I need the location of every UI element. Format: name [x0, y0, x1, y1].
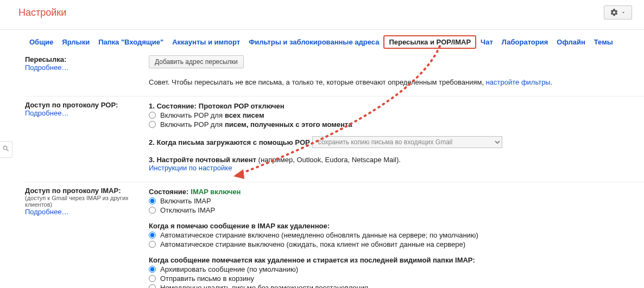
collapsed-side-panel[interactable] [0, 141, 12, 158]
tab-1[interactable]: Ярлыки [58, 36, 94, 48]
pop-enable-all-option[interactable]: Включить POP для всех писем [149, 111, 644, 119]
imap-disable-option[interactable]: Отключить IMAP [149, 206, 644, 214]
pop-instructions-link[interactable]: Инструкции по настройке [149, 164, 232, 172]
imap-expunge-archive-radio[interactable] [149, 266, 156, 273]
imap-disable-radio[interactable] [149, 207, 156, 214]
imap-expunge-header: Когда сообщение помечается как удаленное… [149, 256, 644, 264]
imap-autoexpunge-on-option[interactable]: Автоматическое стирание включено (немедл… [149, 231, 644, 239]
create-filter-link[interactable]: настройте фильтры [486, 78, 551, 86]
tab-2[interactable]: Папка "Входящие" [94, 36, 168, 48]
section-pop: Доступ по протоколу POP: Подробнее… 1. С… [25, 96, 644, 182]
pop-enable-new-radio[interactable] [149, 121, 156, 128]
imap-autoexpunge-off-option[interactable]: Автоматическое стирание выключено (ожида… [149, 240, 644, 248]
imap-sublabel: (доступ к Gmail через IMAP из других кли… [25, 195, 143, 208]
imap-enable-option[interactable]: Включить IMAP [149, 197, 644, 205]
pop-status: 1. Состояние: Протокол POP отключен [149, 102, 644, 110]
pop-learn-more-link[interactable]: Подробнее… [25, 109, 68, 117]
imap-status: Состояние: IMAP включен [149, 188, 644, 196]
imap-delete-header: Когда я помечаю сообщение в IMAP как уда… [149, 222, 644, 230]
tab-9[interactable]: Темы [590, 36, 617, 48]
imap-expunge-delete-option[interactable]: Немедленно удалить письмо без возможност… [149, 284, 644, 288]
tab-5[interactable]: Пересылка и POP/IMAP [383, 35, 476, 49]
forwarding-label: Пересылка: [25, 55, 143, 63]
imap-expunge-trash-option[interactable]: Отправить письмо в корзину [149, 274, 644, 283]
pop-configure-client: 3. Настройте почтовый клиент (например, … [149, 156, 644, 164]
tab-8[interactable]: Офлайн [552, 36, 590, 48]
tab-7[interactable]: Лаборатория [497, 36, 552, 48]
pop-label: Доступ по протоколу POP: [25, 101, 143, 109]
page-header: Настройки [0, 0, 644, 30]
settings-gear-button[interactable] [604, 5, 632, 20]
forwarding-tip: Совет. Чтобы пересылать не все письма, а… [149, 78, 644, 86]
tab-3[interactable]: Аккаунты и импорт [168, 36, 244, 48]
search-icon [2, 145, 10, 152]
dropdown-caret-icon [621, 10, 626, 15]
pop-action-select[interactable]: сохранить копию письма во входящих Gmail [312, 136, 502, 148]
section-imap: Доступ по протоколу IMAP: (доступ к Gmai… [25, 182, 644, 288]
settings-tabs: ОбщиеЯрлыкиПапка "Входящие"Аккаунты и им… [0, 30, 644, 53]
imap-enable-radio[interactable] [149, 197, 156, 204]
page-title: Настройки [18, 7, 66, 18]
imap-autoexpunge-on-radio[interactable] [149, 232, 156, 239]
imap-autoexpunge-off-radio[interactable] [149, 241, 156, 248]
gear-icon [610, 8, 618, 17]
imap-learn-more-link[interactable]: Подробнее… [25, 208, 68, 216]
imap-expunge-delete-radio[interactable] [149, 284, 156, 288]
pop-enable-all-radio[interactable] [149, 112, 156, 119]
imap-expunge-archive-option[interactable]: Архивировать сообщение (по умолчанию) [149, 265, 644, 273]
imap-label: Доступ по протоколу IMAP: [25, 187, 143, 195]
tab-4[interactable]: Фильтры и заблокированные адреса [244, 36, 383, 48]
forwarding-learn-more-link[interactable]: Подробнее… [25, 63, 68, 72]
tab-6[interactable]: Чат [476, 36, 497, 48]
imap-expunge-trash-radio[interactable] [149, 275, 156, 282]
add-forwarding-address-button[interactable]: Добавить адрес пересылки [149, 55, 244, 68]
pop-enable-new-option[interactable]: Включить POP для писем, полученных с это… [149, 120, 644, 129]
pop-when-downloaded-label: 2. Когда письма загружаются с помощью PO… [149, 138, 310, 146]
tab-0[interactable]: Общие [25, 36, 58, 48]
section-forwarding: Пересылка: Подробнее… Добавить адрес пер… [25, 53, 644, 96]
